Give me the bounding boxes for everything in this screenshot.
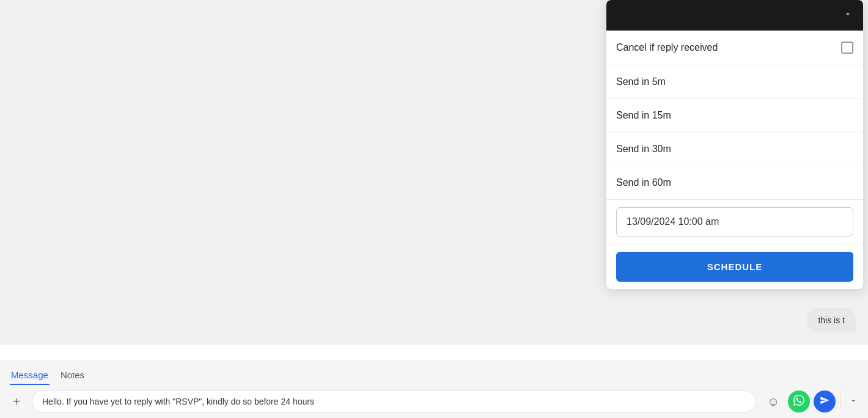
send-in-30m-item[interactable]: Send in 30m <box>606 133 863 166</box>
chevron-down-icon <box>850 397 857 406</box>
dropdown-close-chevron[interactable] <box>842 9 853 22</box>
emoji-button[interactable]: ☺ <box>762 391 784 413</box>
tab-message[interactable]: Message <box>10 366 50 385</box>
input-row: + ☺ <box>0 385 868 418</box>
dropdown-header <box>606 0 863 31</box>
send-in-5m-item[interactable]: Send in 5m <box>606 65 863 99</box>
add-button[interactable]: + <box>7 392 26 411</box>
send-dropdown-button[interactable] <box>846 391 861 413</box>
send-icon <box>820 395 829 408</box>
emoji-icon: ☺ <box>767 395 779 409</box>
cancel-reply-label: Cancel if reply received <box>616 42 718 53</box>
cancel-reply-checkbox[interactable] <box>841 42 853 54</box>
send-button[interactable] <box>814 391 836 413</box>
send-in-60m-item[interactable]: Send in 60m <box>606 166 863 199</box>
main-area: this is t Message Notes + ☺ <box>0 0 868 418</box>
message-bubble-text: this is t <box>818 315 845 325</box>
toolbar-icons: ☺ <box>762 391 861 413</box>
cancel-reply-row: Cancel if reply received <box>606 31 863 65</box>
whatsapp-icon <box>793 395 804 408</box>
tab-notes[interactable]: Notes <box>59 366 86 385</box>
tabs-row: Message Notes <box>0 361 868 385</box>
send-in-15m-item[interactable]: Send in 15m <box>606 99 863 133</box>
schedule-button[interactable]: SCHEDULE <box>616 252 853 282</box>
message-bubble: this is t <box>807 308 856 332</box>
bottom-bar: Message Notes + ☺ <box>0 361 868 418</box>
datetime-section <box>606 200 863 244</box>
datetime-input[interactable] <box>616 207 853 237</box>
toolbar-divider <box>840 393 841 410</box>
whatsapp-button[interactable] <box>788 391 810 413</box>
schedule-menu-items: Send in 5m Send in 15m Send in 30m Send … <box>606 65 863 200</box>
schedule-dropdown: Cancel if reply received Send in 5m Send… <box>606 0 863 289</box>
message-input[interactable] <box>32 390 756 413</box>
